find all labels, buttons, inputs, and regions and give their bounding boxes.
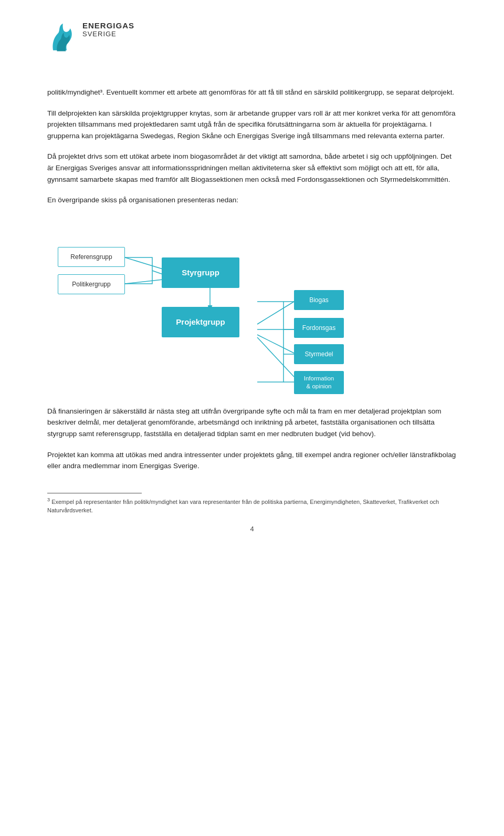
paragraph-1: politik/myndighet³. Eventuellt kommer et… (47, 87, 457, 98)
fordonsgas-box: Fordonsgas (294, 318, 344, 338)
energigas-logo-icon (47, 21, 76, 55)
projektgrupp-label: Projektgrupp (176, 317, 225, 326)
politikergrupp-label: Politikergrupp (72, 281, 110, 288)
org-diagram: Referensgrupp Politikergrupp Styrgrupp P… (47, 222, 457, 390)
paragraph-3: Då projektet drivs som ett utökat arbete… (47, 151, 457, 185)
svg-line-8 (152, 271, 163, 274)
paragraph-5: Då finansieringen är säkerställd är näst… (47, 406, 457, 440)
footnote-text: 3 Exempel på representanter från politik… (47, 497, 457, 515)
biogas-label: Biogas (309, 296, 329, 304)
svg-line-1 (125, 280, 163, 284)
svg-line-5 (257, 335, 294, 353)
page: ENERGIGAS SVERIGE politik/myndighet³. Ev… (0, 0, 504, 836)
referensgrupp-label: Referensgrupp (70, 253, 112, 261)
logo-energigas: ENERGIGAS (82, 21, 134, 30)
svg-line-6 (257, 337, 294, 377)
svg-line-0 (125, 257, 163, 269)
referensgrupp-box: Referensgrupp (58, 247, 125, 267)
information-opinion-box: Information& opinion (294, 371, 344, 394)
styrmedel-label: Styrmedel (304, 350, 333, 358)
projektgrupp-box: Projektgrupp (162, 307, 239, 337)
footnote-area: 3 Exempel på representanter från politik… (47, 493, 457, 515)
logo-sverige: SVERIGE (82, 30, 134, 38)
politikergrupp-box: Politikergrupp (58, 274, 125, 294)
paragraph-4: En övergripande skiss på organisationen … (47, 194, 457, 206)
styrmedel-box: Styrmedel (294, 344, 344, 364)
styrgrupp-box: Styrgrupp (162, 257, 239, 288)
information-opinion-label: Information& opinion (304, 375, 334, 390)
svg-line-3 (257, 302, 294, 324)
footnote-superscript: 3 (47, 497, 50, 502)
fordonsgas-label: Fordonsgas (302, 324, 335, 332)
paragraph-6: Projektet kan komma att utökas med andra… (47, 449, 457, 472)
logo-area: ENERGIGAS SVERIGE (47, 21, 457, 55)
biogas-box: Biogas (294, 290, 344, 310)
styrgrupp-label: Styrgrupp (182, 268, 219, 277)
logo-text: ENERGIGAS SVERIGE (82, 21, 134, 38)
paragraph-2: Till delprojekten kan särskilda projektg… (47, 108, 457, 142)
footnote-divider (47, 493, 142, 493)
page-number: 4 (47, 525, 457, 533)
footnote-content: Exempel på representanter från politik/m… (47, 498, 439, 513)
